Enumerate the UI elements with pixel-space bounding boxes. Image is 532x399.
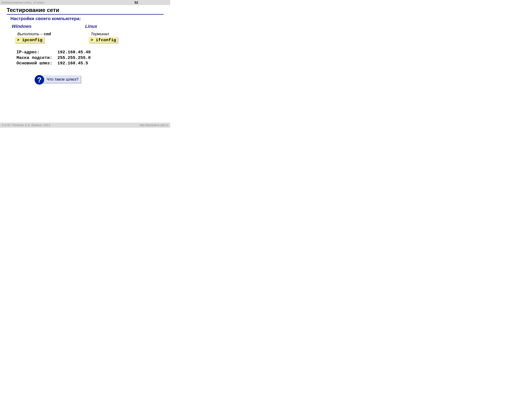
- output-value: 192.168.45.48: [57, 50, 91, 55]
- linux-command-box: > ifconfig: [89, 37, 118, 43]
- windows-run-line: Выполнить – cmd: [17, 32, 51, 37]
- course-label: Компьютерные сети, 10 класс: [2, 1, 134, 4]
- output-row-mask: Маска подсети: 255.255.255.0: [17, 55, 91, 61]
- output-row-ip: IP-адрес: 192.168.45.48: [17, 50, 91, 55]
- page-number: 52: [134, 1, 138, 4]
- question-mark-icon: ?: [35, 75, 44, 85]
- page-title: Тестирование сети: [7, 7, 59, 13]
- linux-heading: Linux: [85, 24, 97, 29]
- question-text: Что такое шлюз?: [47, 77, 78, 81]
- question-callout: Что такое шлюз? ?: [35, 76, 81, 83]
- output-value: 192.168.45.5: [57, 61, 88, 66]
- windows-run-sep: –: [39, 32, 44, 36]
- windows-run-label: Выполнить: [17, 32, 39, 36]
- windows-command-box: > ipconfig: [15, 37, 44, 43]
- title-underline: [7, 14, 164, 15]
- output-value: 255.255.255.0: [57, 55, 91, 61]
- linux-run-label: Терминал: [91, 32, 109, 36]
- output-row-gateway: Основной шлюз: 192.168.45.5: [17, 61, 91, 66]
- footer-bar: © К.Ю. Поляков, Е.А. Ерёмин, 2013 http:/…: [0, 123, 170, 128]
- windows-run-cmd: cmd: [44, 32, 51, 37]
- question-box: Что такое шлюз?: [38, 76, 81, 83]
- windows-heading: Windows: [12, 24, 32, 29]
- output-label: Основной шлюз:: [17, 61, 57, 66]
- footer-copyright: © К.Ю. Поляков, Е.А. Ерёмин, 2013: [2, 123, 50, 127]
- output-label: IP-адрес:: [17, 50, 57, 55]
- network-output: IP-адрес: 192.168.45.48 Маска подсети: 2…: [17, 50, 91, 66]
- footer-url: http://kpolyakov.spb.ru: [139, 123, 169, 127]
- section-heading: Настройки своего компьютера:: [10, 16, 81, 21]
- header-bar: Компьютерные сети, 10 класс 52: [0, 0, 170, 5]
- output-label: Маска подсети:: [17, 55, 57, 61]
